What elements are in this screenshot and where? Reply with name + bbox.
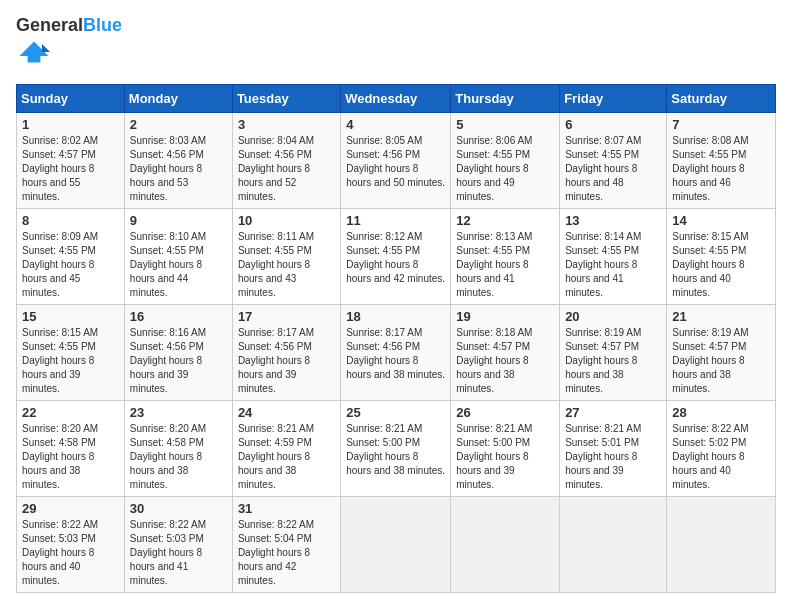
calendar-cell: 11 Sunrise: 8:12 AM Sunset: 4:55 PM Dayl… — [341, 208, 451, 304]
calendar-cell — [560, 496, 667, 592]
cell-info: Sunrise: 8:20 AM Sunset: 4:58 PM Dayligh… — [130, 422, 227, 492]
cell-info: Sunrise: 8:17 AM Sunset: 4:56 PM Dayligh… — [238, 326, 335, 396]
cell-info: Sunrise: 8:21 AM Sunset: 5:00 PM Dayligh… — [456, 422, 554, 492]
day-number: 12 — [456, 213, 554, 228]
cell-info: Sunrise: 8:13 AM Sunset: 4:55 PM Dayligh… — [456, 230, 554, 300]
calendar-cell: 24 Sunrise: 8:21 AM Sunset: 4:59 PM Dayl… — [232, 400, 340, 496]
calendar-day-header: Wednesday — [341, 84, 451, 112]
cell-info: Sunrise: 8:03 AM Sunset: 4:56 PM Dayligh… — [130, 134, 227, 204]
svg-marker-1 — [42, 44, 50, 52]
day-number: 4 — [346, 117, 445, 132]
calendar-day-header: Friday — [560, 84, 667, 112]
calendar-table: SundayMondayTuesdayWednesdayThursdayFrid… — [16, 84, 776, 593]
day-number: 28 — [672, 405, 770, 420]
cell-info: Sunrise: 8:05 AM Sunset: 4:56 PM Dayligh… — [346, 134, 445, 190]
calendar-cell: 19 Sunrise: 8:18 AM Sunset: 4:57 PM Dayl… — [451, 304, 560, 400]
cell-info: Sunrise: 8:08 AM Sunset: 4:55 PM Dayligh… — [672, 134, 770, 204]
day-number: 17 — [238, 309, 335, 324]
cell-info: Sunrise: 8:18 AM Sunset: 4:57 PM Dayligh… — [456, 326, 554, 396]
cell-info: Sunrise: 8:21 AM Sunset: 4:59 PM Dayligh… — [238, 422, 335, 492]
calendar-cell — [667, 496, 776, 592]
calendar-header-row: SundayMondayTuesdayWednesdayThursdayFrid… — [17, 84, 776, 112]
day-number: 9 — [130, 213, 227, 228]
day-number: 8 — [22, 213, 119, 228]
cell-info: Sunrise: 8:22 AM Sunset: 5:04 PM Dayligh… — [238, 518, 335, 588]
day-number: 15 — [22, 309, 119, 324]
cell-info: Sunrise: 8:20 AM Sunset: 4:58 PM Dayligh… — [22, 422, 119, 492]
page-header: GeneralBlue — [16, 16, 776, 72]
calendar-cell: 31 Sunrise: 8:22 AM Sunset: 5:04 PM Dayl… — [232, 496, 340, 592]
calendar-day-header: Saturday — [667, 84, 776, 112]
calendar-cell: 26 Sunrise: 8:21 AM Sunset: 5:00 PM Dayl… — [451, 400, 560, 496]
day-number: 23 — [130, 405, 227, 420]
calendar-cell: 18 Sunrise: 8:17 AM Sunset: 4:56 PM Dayl… — [341, 304, 451, 400]
calendar-cell: 28 Sunrise: 8:22 AM Sunset: 5:02 PM Dayl… — [667, 400, 776, 496]
calendar-cell: 30 Sunrise: 8:22 AM Sunset: 5:03 PM Dayl… — [124, 496, 232, 592]
calendar-cell: 5 Sunrise: 8:06 AM Sunset: 4:55 PM Dayli… — [451, 112, 560, 208]
day-number: 29 — [22, 501, 119, 516]
calendar-week-row: 29 Sunrise: 8:22 AM Sunset: 5:03 PM Dayl… — [17, 496, 776, 592]
cell-info: Sunrise: 8:22 AM Sunset: 5:03 PM Dayligh… — [22, 518, 119, 588]
cell-info: Sunrise: 8:07 AM Sunset: 4:55 PM Dayligh… — [565, 134, 661, 204]
calendar-cell: 23 Sunrise: 8:20 AM Sunset: 4:58 PM Dayl… — [124, 400, 232, 496]
calendar-cell: 13 Sunrise: 8:14 AM Sunset: 4:55 PM Dayl… — [560, 208, 667, 304]
calendar-cell: 2 Sunrise: 8:03 AM Sunset: 4:56 PM Dayli… — [124, 112, 232, 208]
cell-info: Sunrise: 8:17 AM Sunset: 4:56 PM Dayligh… — [346, 326, 445, 382]
day-number: 3 — [238, 117, 335, 132]
calendar-day-header: Thursday — [451, 84, 560, 112]
calendar-cell: 6 Sunrise: 8:07 AM Sunset: 4:55 PM Dayli… — [560, 112, 667, 208]
day-number: 13 — [565, 213, 661, 228]
cell-info: Sunrise: 8:21 AM Sunset: 5:00 PM Dayligh… — [346, 422, 445, 478]
calendar-cell — [341, 496, 451, 592]
calendar-cell: 1 Sunrise: 8:02 AM Sunset: 4:57 PM Dayli… — [17, 112, 125, 208]
day-number: 25 — [346, 405, 445, 420]
calendar-week-row: 8 Sunrise: 8:09 AM Sunset: 4:55 PM Dayli… — [17, 208, 776, 304]
cell-info: Sunrise: 8:16 AM Sunset: 4:56 PM Dayligh… — [130, 326, 227, 396]
cell-info: Sunrise: 8:14 AM Sunset: 4:55 PM Dayligh… — [565, 230, 661, 300]
day-number: 16 — [130, 309, 227, 324]
calendar-cell: 7 Sunrise: 8:08 AM Sunset: 4:55 PM Dayli… — [667, 112, 776, 208]
calendar-cell: 22 Sunrise: 8:20 AM Sunset: 4:58 PM Dayl… — [17, 400, 125, 496]
day-number: 5 — [456, 117, 554, 132]
logo-text: GeneralBlue — [16, 16, 122, 36]
cell-info: Sunrise: 8:15 AM Sunset: 4:55 PM Dayligh… — [22, 326, 119, 396]
cell-info: Sunrise: 8:06 AM Sunset: 4:55 PM Dayligh… — [456, 134, 554, 204]
day-number: 21 — [672, 309, 770, 324]
cell-info: Sunrise: 8:04 AM Sunset: 4:56 PM Dayligh… — [238, 134, 335, 204]
cell-info: Sunrise: 8:12 AM Sunset: 4:55 PM Dayligh… — [346, 230, 445, 286]
calendar-cell: 27 Sunrise: 8:21 AM Sunset: 5:01 PM Dayl… — [560, 400, 667, 496]
cell-info: Sunrise: 8:21 AM Sunset: 5:01 PM Dayligh… — [565, 422, 661, 492]
cell-info: Sunrise: 8:22 AM Sunset: 5:02 PM Dayligh… — [672, 422, 770, 492]
cell-info: Sunrise: 8:02 AM Sunset: 4:57 PM Dayligh… — [22, 134, 119, 204]
calendar-day-header: Monday — [124, 84, 232, 112]
calendar-cell: 14 Sunrise: 8:15 AM Sunset: 4:55 PM Dayl… — [667, 208, 776, 304]
cell-info: Sunrise: 8:19 AM Sunset: 4:57 PM Dayligh… — [672, 326, 770, 396]
calendar-cell: 10 Sunrise: 8:11 AM Sunset: 4:55 PM Dayl… — [232, 208, 340, 304]
day-number: 31 — [238, 501, 335, 516]
day-number: 7 — [672, 117, 770, 132]
logo-icon — [18, 36, 50, 68]
calendar-cell: 21 Sunrise: 8:19 AM Sunset: 4:57 PM Dayl… — [667, 304, 776, 400]
cell-info: Sunrise: 8:19 AM Sunset: 4:57 PM Dayligh… — [565, 326, 661, 396]
day-number: 1 — [22, 117, 119, 132]
day-number: 26 — [456, 405, 554, 420]
calendar-cell: 29 Sunrise: 8:22 AM Sunset: 5:03 PM Dayl… — [17, 496, 125, 592]
calendar-cell: 9 Sunrise: 8:10 AM Sunset: 4:55 PM Dayli… — [124, 208, 232, 304]
calendar-cell: 20 Sunrise: 8:19 AM Sunset: 4:57 PM Dayl… — [560, 304, 667, 400]
day-number: 2 — [130, 117, 227, 132]
calendar-day-header: Sunday — [17, 84, 125, 112]
day-number: 11 — [346, 213, 445, 228]
calendar-cell: 17 Sunrise: 8:17 AM Sunset: 4:56 PM Dayl… — [232, 304, 340, 400]
day-number: 20 — [565, 309, 661, 324]
logo: GeneralBlue — [16, 16, 122, 72]
day-number: 6 — [565, 117, 661, 132]
calendar-cell — [451, 496, 560, 592]
cell-info: Sunrise: 8:22 AM Sunset: 5:03 PM Dayligh… — [130, 518, 227, 588]
cell-info: Sunrise: 8:10 AM Sunset: 4:55 PM Dayligh… — [130, 230, 227, 300]
calendar-cell: 8 Sunrise: 8:09 AM Sunset: 4:55 PM Dayli… — [17, 208, 125, 304]
day-number: 14 — [672, 213, 770, 228]
cell-info: Sunrise: 8:15 AM Sunset: 4:55 PM Dayligh… — [672, 230, 770, 300]
calendar-week-row: 15 Sunrise: 8:15 AM Sunset: 4:55 PM Dayl… — [17, 304, 776, 400]
calendar-cell: 25 Sunrise: 8:21 AM Sunset: 5:00 PM Dayl… — [341, 400, 451, 496]
day-number: 19 — [456, 309, 554, 324]
